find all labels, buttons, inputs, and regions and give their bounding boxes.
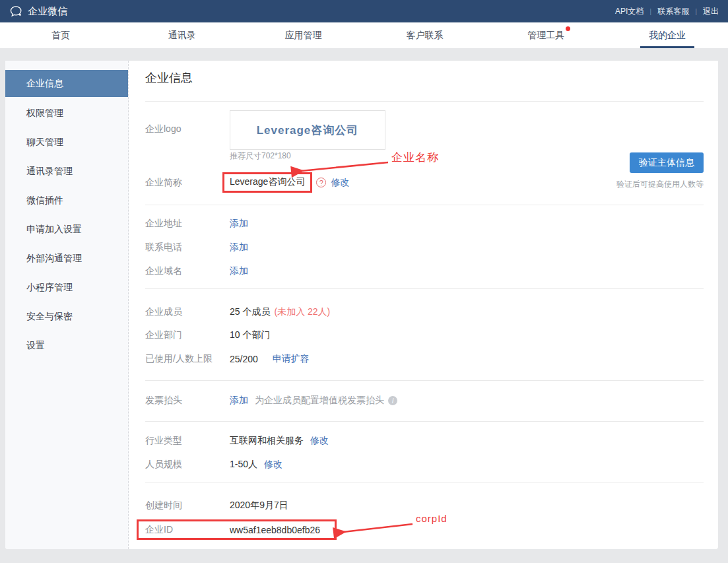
address-add-link[interactable]: 添加 (230, 218, 248, 230)
invoice-desc: 为企业成员配置增值税发票抬头 (255, 395, 384, 407)
company-logo-upload[interactable]: Leverage咨询公司 (230, 110, 385, 150)
created-row: 创建时间 2020年9月7日 (145, 499, 288, 512)
nav-item-contacts[interactable]: 通讯录 (121, 22, 243, 48)
invoice-row: 发票抬头 添加 为企业成员配置增值税发票抬头 i (145, 394, 397, 407)
corpid-label: 企业ID (145, 524, 230, 536)
divider (145, 288, 704, 289)
nav-item-my-company[interactable]: 我的企业 (607, 22, 728, 48)
logo-label: 企业logo (145, 123, 230, 135)
members-row: 企业成员 25 个成员 (未加入 22人) (145, 306, 330, 319)
expand-capacity-link[interactable]: 申请扩容 (273, 353, 310, 365)
api-docs-link[interactable]: API文档 (615, 6, 644, 17)
divider (145, 380, 704, 381)
industry-value: 互联网和相关服务 (230, 435, 304, 447)
brand[interactable]: 企业微信 (9, 5, 67, 18)
company-logo-text: Leverage咨询公司 (257, 123, 359, 138)
wecom-admin-page: 企业微信 API文档 | 联系客服 | 退出 首页 通讯录 应用管理 客户联系 … (0, 0, 728, 563)
sidebar: 企业信息 权限管理 聊天管理 通讯录管理 微信插件 申请加入设置 外部沟通管理 … (5, 61, 129, 549)
members-count: 25 个成员 (230, 306, 270, 318)
scale-value: 1-50人 (230, 459, 257, 471)
nav-item-apps[interactable]: 应用管理 (243, 22, 364, 48)
nav-item-home[interactable]: 首页 (0, 22, 121, 48)
shortname-row: 企业简称 Leverage咨询公司 ? 修改 企业名称 (145, 172, 349, 193)
phone-add-link[interactable]: 添加 (230, 242, 248, 253)
scale-edit-link[interactable]: 修改 (264, 459, 282, 471)
logo-size-hint: 推荐尺寸702*180 (230, 150, 291, 162)
divider (145, 421, 704, 422)
divider (145, 205, 704, 205)
corpid-row-highlight: 企业ID ww5af1eeb8db0efb26 corpId (137, 519, 337, 540)
help-icon[interactable]: ? (316, 178, 326, 187)
notification-dot-icon (566, 26, 570, 31)
info-icon[interactable]: i (388, 396, 397, 405)
scale-row: 人员规模 1-50人 修改 (145, 458, 282, 471)
usage-value: 25/200 (230, 354, 258, 364)
domain-row: 企业域名 添加 (145, 265, 248, 278)
annotation-arrow-icon (337, 517, 422, 537)
members-not-joined: (未加入 22人) (274, 306, 330, 318)
separator: | (695, 7, 697, 15)
sidebar-item-wechat-plugin[interactable]: 微信插件 (5, 187, 128, 213)
wecom-logo-icon (9, 5, 23, 18)
annotation-arrow-icon (297, 156, 396, 176)
nav-item-customers[interactable]: 客户联系 (364, 22, 485, 48)
sidebar-item-miniprogram[interactable]: 小程序管理 (5, 274, 128, 300)
created-value: 2020年9月7日 (230, 500, 288, 512)
sidebar-item-settings[interactable]: 设置 (5, 332, 128, 358)
main-nav: 首页 通讯录 应用管理 客户联系 管理工具 我的企业 (0, 22, 728, 48)
topbar: 企业微信 API文档 | 联系客服 | 退出 (0, 0, 728, 22)
corpid-value: ww5af1eeb8db0efb26 (230, 525, 320, 535)
main-area: 企业信息 企业logo Leverage咨询公司 推荐尺寸702*180 验证主… (129, 61, 718, 549)
brand-name: 企业微信 (28, 5, 67, 18)
industry-row: 行业类型 互联网和相关服务 修改 (145, 434, 329, 447)
verify-entity-button[interactable]: 验证主体信息 (630, 152, 704, 173)
sidebar-item-company-info[interactable]: 企业信息 (5, 70, 128, 97)
departments-row: 企业部门 10 个部门 (145, 329, 270, 342)
domain-add-link[interactable]: 添加 (230, 265, 248, 277)
sidebar-item-external-comm[interactable]: 外部沟通管理 (5, 245, 128, 271)
annotation-company-name: 企业名称 (391, 150, 439, 165)
sidebar-item-security[interactable]: 安全与保密 (5, 303, 128, 329)
logo-row: 企业logo (145, 123, 230, 136)
sidebar-item-permissions[interactable]: 权限管理 (5, 100, 128, 126)
verify-hint: 验证后可提高使用人数等 (616, 179, 704, 190)
shortname-edit-link[interactable]: 修改 (331, 177, 349, 189)
separator: | (649, 7, 651, 15)
shortname-label: 企业简称 (145, 177, 230, 189)
page-title: 企业信息 (145, 70, 193, 86)
logout-link[interactable]: 退出 (703, 6, 719, 17)
industry-edit-link[interactable]: 修改 (310, 435, 329, 447)
departments-count: 10 个部门 (230, 329, 270, 341)
nav-item-tools[interactable]: 管理工具 (485, 22, 607, 48)
sidebar-item-chat-mgmt[interactable]: 聊天管理 (5, 129, 128, 155)
divider (145, 101, 704, 102)
sidebar-item-join-settings[interactable]: 申请加入设置 (5, 216, 128, 242)
phone-row: 联系电话 添加 (145, 241, 248, 254)
address-row: 企业地址 添加 (145, 217, 248, 230)
usage-row: 已使用/人数上限 25/200 申请扩容 (145, 352, 310, 366)
content-panel: 企业信息 权限管理 聊天管理 通讯录管理 微信插件 申请加入设置 外部沟通管理 … (5, 61, 718, 549)
contact-support-link[interactable]: 联系客服 (657, 6, 689, 17)
sidebar-item-contacts-mgmt[interactable]: 通讯录管理 (5, 158, 128, 184)
invoice-add-link[interactable]: 添加 (230, 395, 248, 407)
divider (145, 482, 704, 482)
topbar-links: API文档 | 联系客服 | 退出 (615, 6, 719, 17)
